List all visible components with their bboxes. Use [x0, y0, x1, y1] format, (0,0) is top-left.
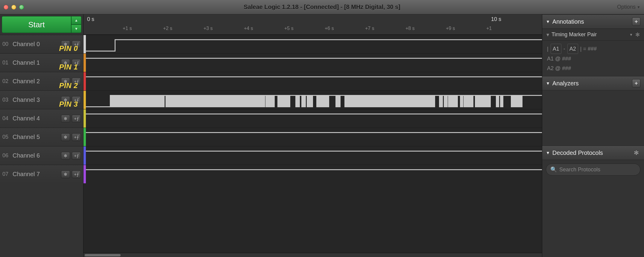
channel-row[interactable]: 02 Channel 2 ✻ +⨍ PIN 2 [0, 72, 83, 90]
channel-color-bar [83, 109, 86, 128]
channel-row[interactable]: 00 Channel 0 ✻ +⨍ PIN 0 [0, 35, 83, 53]
horizontal-scrollbar[interactable] [83, 253, 542, 257]
start-stepper: ▲ ▼ [71, 16, 81, 33]
trace-area [86, 128, 542, 146]
ruler-minor: +3 s [203, 26, 213, 31]
waveform-row[interactable] [83, 72, 542, 90]
annotations-title: Annotations [552, 18, 584, 25]
channel-row[interactable]: 06 Channel 6 ✻ +⨍ [0, 146, 83, 165]
start-up-button[interactable]: ▲ [71, 16, 81, 25]
flag-icon: ▾ [546, 31, 549, 38]
ruler-minor: +1 [486, 26, 492, 31]
channel-number: 03 [2, 97, 11, 103]
pin-overlay: PIN 0 [59, 44, 78, 53]
waveform-row[interactable] [83, 146, 542, 165]
ruler-minor: +5 s [284, 26, 294, 31]
decoded-title: Decoded Protocols [552, 149, 603, 156]
channel-number: 00 [2, 41, 11, 47]
left-sidebar: Start ▲ ▼ 00 Channel 0 ✻ +⨍ PIN 0 01 Cha… [0, 14, 83, 257]
waveform-area: 0 s10 s+1 s+2 s+3 s+4 s+5 s+6 s+7 s+8 s+… [83, 14, 542, 257]
channel-color-bar [83, 91, 86, 109]
decoded-header[interactable]: ▼ Decoded Protocols ✻ [542, 146, 644, 160]
waveform-row[interactable] [83, 109, 542, 128]
waveform-row[interactable] [83, 90, 542, 109]
main-content: Start ▲ ▼ 00 Channel 0 ✻ +⨍ PIN 0 01 Cha… [0, 14, 644, 257]
waveform-row[interactable] [83, 35, 542, 53]
gear-icon[interactable]: ✻ [61, 133, 70, 141]
timing-marker-row[interactable]: ▾ Timing Marker Pair ▼ ✻ [542, 29, 644, 41]
time-ruler[interactable]: 0 s10 s+1 s+2 s+3 s+4 s+5 s+6 s+7 s+8 s+… [83, 14, 542, 35]
channel-number: 04 [2, 115, 11, 122]
marker-a1-line: A1 @ ### [547, 54, 639, 64]
channel-name[interactable]: Channel 5 [11, 134, 61, 140]
waveform-row[interactable] [83, 165, 542, 183]
trace-area [86, 35, 542, 53]
right-sidebar: ▼ Annotations + ▾ Timing Marker Pair ▼ ✻… [542, 14, 644, 257]
channel-number: 06 [2, 152, 11, 159]
analyzers-body [542, 90, 644, 146]
trigger-icon[interactable]: +⨍ [72, 133, 81, 141]
start-row: Start ▲ ▼ [0, 14, 83, 35]
channel-row[interactable]: 05 Channel 5 ✻ +⨍ [0, 128, 83, 146]
trigger-icon[interactable]: +⨍ [72, 152, 81, 160]
window-title: Saleae Logic 1.2.18 - [Connected] - [8 M… [0, 4, 644, 10]
channel-name[interactable]: Channel 0 [11, 41, 61, 48]
ruler-minor: +8 s [405, 26, 415, 31]
channel-name[interactable]: Channel 3 [11, 96, 61, 103]
channel-list: 00 Channel 0 ✻ +⨍ PIN 0 01 Channel 1 ✻ +… [0, 35, 83, 257]
chevron-down-icon: ▼ [546, 150, 550, 155]
marker-values: | A1 - A2 | = ### A1 @ ### A2 @ ### [542, 41, 644, 76]
channel-color-bar [83, 54, 86, 72]
annotations-header[interactable]: ▼ Annotations + [542, 14, 644, 29]
gear-icon[interactable]: ✻ [632, 149, 640, 157]
waveform-body[interactable] [83, 35, 542, 253]
pin-overlay: PIN 2 [59, 81, 78, 90]
channel-name[interactable]: Channel 1 [11, 59, 61, 66]
trace-area [86, 165, 542, 183]
channel-number: 05 [2, 134, 11, 140]
search-icon: 🔍 [550, 166, 557, 173]
channel-color-bar [83, 165, 86, 183]
gear-icon[interactable]: ✻ [61, 152, 70, 160]
channel-name[interactable]: Channel 6 [11, 152, 61, 159]
channel-color-bar [83, 146, 86, 165]
waveform-row[interactable] [83, 128, 542, 146]
channel-number: 07 [2, 171, 11, 177]
gear-icon[interactable]: ✻ [61, 115, 70, 123]
trigger-icon[interactable]: +⨍ [72, 170, 81, 178]
channel-name[interactable]: Channel 4 [11, 115, 61, 122]
channel-row[interactable]: 07 Channel 7 ✻ +⨍ [0, 165, 83, 183]
add-analyzer-button[interactable]: + [632, 79, 640, 87]
channel-name[interactable]: Channel 2 [11, 78, 61, 85]
marker-a2-box[interactable]: A2 [567, 44, 578, 54]
trace-area [86, 54, 542, 72]
gear-icon[interactable]: ✻ [61, 170, 70, 178]
start-down-button[interactable]: ▼ [71, 25, 81, 33]
pin-overlay: PIN 3 [59, 100, 78, 108]
marker-a1-box[interactable]: A1 [551, 44, 561, 54]
channel-row[interactable]: 04 Channel 4 ✻ +⨍ [0, 109, 83, 128]
ruler-major: 0 s [87, 16, 94, 22]
chevron-down-icon: ▼ [546, 19, 550, 24]
search-placeholder: Search Protocols [559, 167, 600, 173]
channel-row[interactable]: 01 Channel 1 ✻ +⨍ PIN 1 [0, 53, 83, 72]
add-annotation-button[interactable]: + [632, 17, 640, 26]
analyzers-header[interactable]: ▼ Analyzers + [542, 76, 644, 90]
marker-a2-line: A2 @ ### [547, 64, 639, 73]
trace-area [86, 109, 542, 128]
trigger-icon[interactable]: +⨍ [72, 115, 81, 123]
pin-overlay: PIN 1 [59, 63, 78, 71]
search-protocols-input[interactable]: 🔍 Search Protocols [546, 164, 640, 176]
channel-name[interactable]: Channel 7 [11, 171, 61, 178]
marker-pair-label: Timing Marker Pair [552, 31, 597, 38]
decoded-body [542, 179, 644, 257]
gear-icon[interactable]: ✻ [635, 31, 640, 38]
ruler-major: 10 s [491, 16, 501, 22]
waveform-row[interactable] [83, 53, 542, 72]
ruler-minor: +7 s [365, 26, 374, 31]
scrollbar-thumb[interactable] [85, 254, 121, 256]
channel-color-bar [83, 72, 86, 90]
start-button[interactable]: Start [2, 16, 71, 33]
channel-row[interactable]: 03 Channel 3 ✻ +⨍ PIN 3 [0, 90, 83, 109]
channel-color-bar [83, 128, 86, 146]
